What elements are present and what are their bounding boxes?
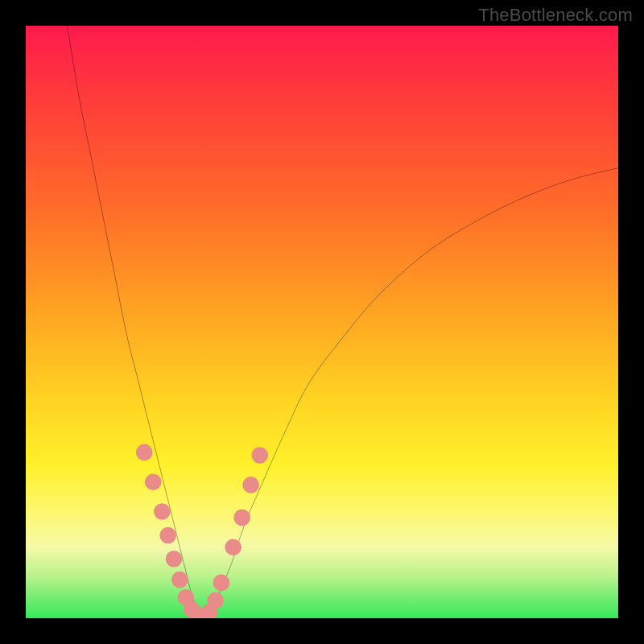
sample-dots xyxy=(26,26,618,618)
sample-dot xyxy=(233,510,250,526)
sample-dot xyxy=(225,539,242,555)
sample-dot xyxy=(242,477,259,493)
sample-dot xyxy=(207,592,224,609)
sample-dot xyxy=(136,444,153,461)
sample-dot xyxy=(213,575,230,592)
sample-dot xyxy=(251,447,268,464)
watermark-text: TheBottleneck.com xyxy=(478,5,633,26)
sample-dot xyxy=(154,503,171,520)
sample-dot xyxy=(159,527,176,544)
sample-dot xyxy=(166,551,183,568)
sample-dot xyxy=(145,473,162,490)
plot-area xyxy=(26,26,618,618)
sample-dot xyxy=(171,572,188,588)
chart-frame: TheBottleneck.com xyxy=(0,0,644,644)
